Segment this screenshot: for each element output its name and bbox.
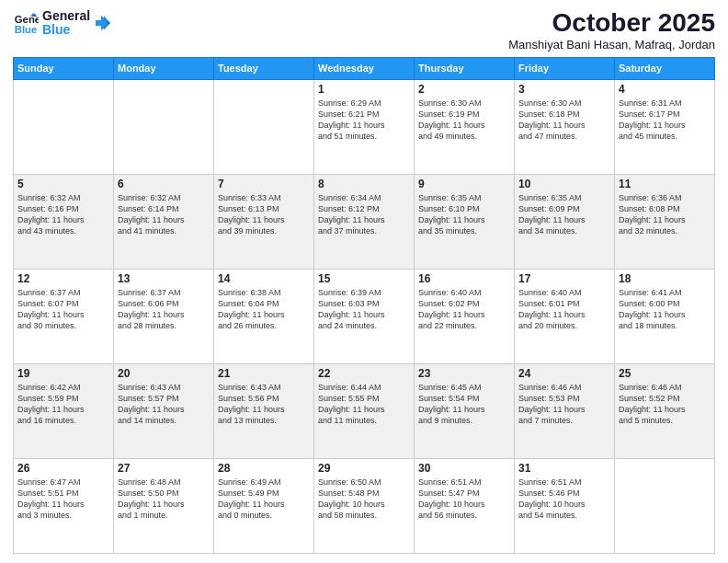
calendar-cell: 28Sunrise: 6:49 AM Sunset: 5:49 PM Dayli… <box>214 458 314 553</box>
day-info: Sunrise: 6:30 AM Sunset: 6:18 PM Dayligh… <box>518 98 610 143</box>
day-info: Sunrise: 6:29 AM Sunset: 6:21 PM Dayligh… <box>318 98 410 143</box>
logo-icon: General Blue <box>13 10 39 36</box>
calendar-cell: 26Sunrise: 6:47 AM Sunset: 5:51 PM Dayli… <box>14 458 114 553</box>
logo-general: General <box>42 9 90 23</box>
title-block: October 2025 Manshiyat Bani Hasan, Mafra… <box>508 9 715 52</box>
day-info: Sunrise: 6:48 AM Sunset: 5:50 PM Dayligh… <box>118 477 210 522</box>
calendar-cell: 29Sunrise: 6:50 AM Sunset: 5:48 PM Dayli… <box>314 458 415 553</box>
calendar-week-row-4: 19Sunrise: 6:42 AM Sunset: 5:59 PM Dayli… <box>14 363 715 458</box>
day-info: Sunrise: 6:32 AM Sunset: 6:14 PM Dayligh… <box>118 192 210 237</box>
calendar-cell <box>14 79 114 174</box>
day-number: 6 <box>118 178 210 190</box>
day-info: Sunrise: 6:40 AM Sunset: 6:01 PM Dayligh… <box>518 287 610 332</box>
weekday-header-thursday: Thursday <box>415 57 515 79</box>
weekday-header-wednesday: Wednesday <box>314 57 415 79</box>
day-info: Sunrise: 6:49 AM Sunset: 5:49 PM Dayligh… <box>218 477 310 522</box>
day-number: 1 <box>318 83 410 96</box>
weekday-header-sunday: Sunday <box>14 57 114 79</box>
calendar-cell: 1Sunrise: 6:29 AM Sunset: 6:21 PM Daylig… <box>314 79 415 174</box>
day-info: Sunrise: 6:47 AM Sunset: 5:51 PM Dayligh… <box>17 477 109 522</box>
calendar-week-row-5: 26Sunrise: 6:47 AM Sunset: 5:51 PM Dayli… <box>14 458 715 553</box>
weekday-header-monday: Monday <box>114 57 214 79</box>
calendar-cell <box>615 458 715 553</box>
day-number: 18 <box>619 272 711 285</box>
day-number: 21 <box>218 367 310 380</box>
calendar-cell: 14Sunrise: 6:38 AM Sunset: 6:04 PM Dayli… <box>214 269 314 363</box>
calendar-week-row-2: 5Sunrise: 6:32 AM Sunset: 6:16 PM Daylig… <box>14 174 715 269</box>
calendar-cell: 3Sunrise: 6:30 AM Sunset: 6:18 PM Daylig… <box>515 79 615 174</box>
day-number: 8 <box>318 178 410 190</box>
day-number: 31 <box>518 462 610 475</box>
calendar-cell: 8Sunrise: 6:34 AM Sunset: 6:12 PM Daylig… <box>314 174 415 269</box>
day-info: Sunrise: 6:37 AM Sunset: 6:06 PM Dayligh… <box>118 287 210 332</box>
day-info: Sunrise: 6:44 AM Sunset: 5:55 PM Dayligh… <box>318 382 410 427</box>
calendar-cell: 16Sunrise: 6:40 AM Sunset: 6:02 PM Dayli… <box>415 269 515 363</box>
day-number: 20 <box>118 367 210 380</box>
day-info: Sunrise: 6:46 AM Sunset: 5:52 PM Dayligh… <box>619 382 711 427</box>
calendar-cell: 24Sunrise: 6:46 AM Sunset: 5:53 PM Dayli… <box>515 363 615 458</box>
day-number: 19 <box>17 367 109 380</box>
day-number: 13 <box>118 272 210 285</box>
day-number: 3 <box>518 83 610 96</box>
calendar-cell: 15Sunrise: 6:39 AM Sunset: 6:03 PM Dayli… <box>314 269 415 363</box>
calendar-cell: 12Sunrise: 6:37 AM Sunset: 6:07 PM Dayli… <box>14 269 114 363</box>
day-info: Sunrise: 6:38 AM Sunset: 6:04 PM Dayligh… <box>218 287 310 332</box>
day-info: Sunrise: 6:31 AM Sunset: 6:17 PM Dayligh… <box>619 98 711 143</box>
calendar-cell: 19Sunrise: 6:42 AM Sunset: 5:59 PM Dayli… <box>14 363 114 458</box>
month-title: October 2025 <box>508 9 715 38</box>
logo-blue: Blue <box>42 23 90 37</box>
day-info: Sunrise: 6:37 AM Sunset: 6:07 PM Dayligh… <box>17 287 109 332</box>
day-number: 7 <box>218 178 310 190</box>
day-number: 29 <box>318 462 410 475</box>
day-info: Sunrise: 6:30 AM Sunset: 6:19 PM Dayligh… <box>418 98 510 143</box>
calendar-cell: 22Sunrise: 6:44 AM Sunset: 5:55 PM Dayli… <box>314 363 415 458</box>
day-number: 16 <box>418 272 510 285</box>
calendar-cell: 18Sunrise: 6:41 AM Sunset: 6:00 PM Dayli… <box>615 269 715 363</box>
calendar-cell: 30Sunrise: 6:51 AM Sunset: 5:47 PM Dayli… <box>415 458 515 553</box>
calendar-cell <box>114 79 214 174</box>
header: General Blue General Blue October 2025 M… <box>13 9 715 52</box>
logo: General Blue General Blue <box>13 9 112 38</box>
day-number: 24 <box>518 367 610 380</box>
day-info: Sunrise: 6:43 AM Sunset: 5:56 PM Dayligh… <box>218 382 310 427</box>
day-info: Sunrise: 6:42 AM Sunset: 5:59 PM Dayligh… <box>17 382 109 427</box>
weekday-header-friday: Friday <box>515 57 615 79</box>
day-info: Sunrise: 6:35 AM Sunset: 6:09 PM Dayligh… <box>518 192 610 237</box>
day-number: 22 <box>318 367 410 380</box>
day-info: Sunrise: 6:51 AM Sunset: 5:47 PM Dayligh… <box>418 477 510 522</box>
calendar-cell: 5Sunrise: 6:32 AM Sunset: 6:16 PM Daylig… <box>14 174 114 269</box>
day-info: Sunrise: 6:43 AM Sunset: 5:57 PM Dayligh… <box>118 382 210 427</box>
day-info: Sunrise: 6:39 AM Sunset: 6:03 PM Dayligh… <box>318 287 410 332</box>
calendar-table: SundayMondayTuesdayWednesdayThursdayFrid… <box>13 57 715 554</box>
day-info: Sunrise: 6:33 AM Sunset: 6:13 PM Dayligh… <box>218 192 310 237</box>
day-info: Sunrise: 6:40 AM Sunset: 6:02 PM Dayligh… <box>418 287 510 332</box>
day-number: 27 <box>118 462 210 475</box>
calendar-cell: 10Sunrise: 6:35 AM Sunset: 6:09 PM Dayli… <box>515 174 615 269</box>
day-info: Sunrise: 6:32 AM Sunset: 6:16 PM Dayligh… <box>17 192 109 237</box>
page: General Blue General Blue October 2025 M… <box>0 0 728 563</box>
day-number: 28 <box>218 462 310 475</box>
day-info: Sunrise: 6:51 AM Sunset: 5:46 PM Dayligh… <box>518 477 610 522</box>
calendar-cell: 11Sunrise: 6:36 AM Sunset: 6:08 PM Dayli… <box>615 174 715 269</box>
calendar-cell: 2Sunrise: 6:30 AM Sunset: 6:19 PM Daylig… <box>415 79 515 174</box>
day-number: 9 <box>418 178 510 190</box>
calendar-cell: 20Sunrise: 6:43 AM Sunset: 5:57 PM Dayli… <box>114 363 214 458</box>
day-number: 12 <box>17 272 109 285</box>
day-number: 25 <box>619 367 711 380</box>
day-number: 11 <box>619 178 711 190</box>
calendar-cell: 31Sunrise: 6:51 AM Sunset: 5:46 PM Dayli… <box>515 458 615 553</box>
day-number: 26 <box>17 462 109 475</box>
day-number: 4 <box>619 83 711 96</box>
calendar-cell: 23Sunrise: 6:45 AM Sunset: 5:54 PM Dayli… <box>415 363 515 458</box>
day-number: 30 <box>418 462 510 475</box>
day-info: Sunrise: 6:45 AM Sunset: 5:54 PM Dayligh… <box>418 382 510 427</box>
calendar-cell <box>214 79 314 174</box>
day-info: Sunrise: 6:36 AM Sunset: 6:08 PM Dayligh… <box>619 192 711 237</box>
day-info: Sunrise: 6:50 AM Sunset: 5:48 PM Dayligh… <box>318 477 410 522</box>
day-info: Sunrise: 6:35 AM Sunset: 6:10 PM Dayligh… <box>418 192 510 237</box>
day-info: Sunrise: 6:34 AM Sunset: 6:12 PM Dayligh… <box>318 192 410 237</box>
weekday-header-saturday: Saturday <box>615 57 715 79</box>
day-number: 15 <box>318 272 410 285</box>
subtitle: Manshiyat Bani Hasan, Mafraq, Jordan <box>508 38 715 52</box>
day-number: 23 <box>418 367 510 380</box>
